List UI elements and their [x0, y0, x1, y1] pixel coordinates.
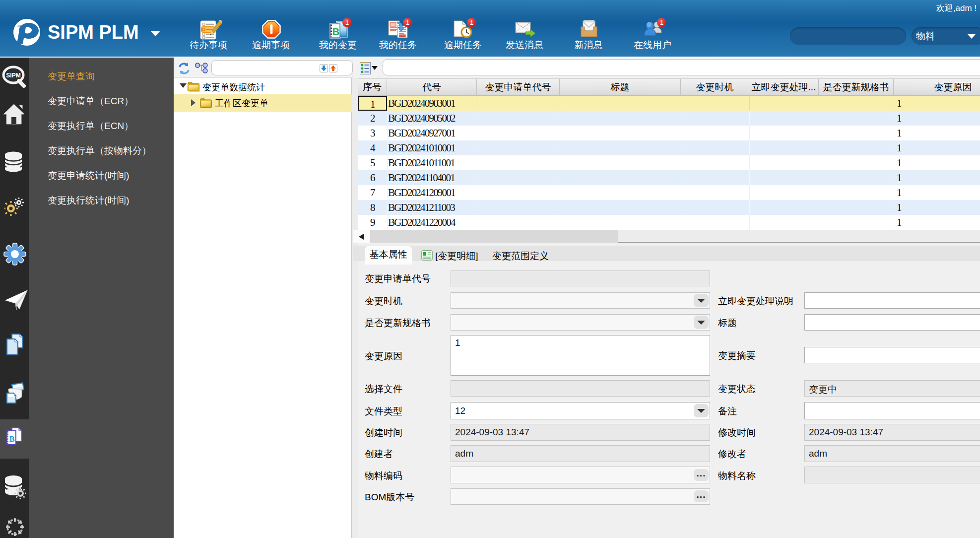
- svg-text:SIPM: SIPM: [6, 72, 20, 79]
- svg-text:B: B: [9, 435, 15, 443]
- svg-text:B: B: [332, 26, 339, 37]
